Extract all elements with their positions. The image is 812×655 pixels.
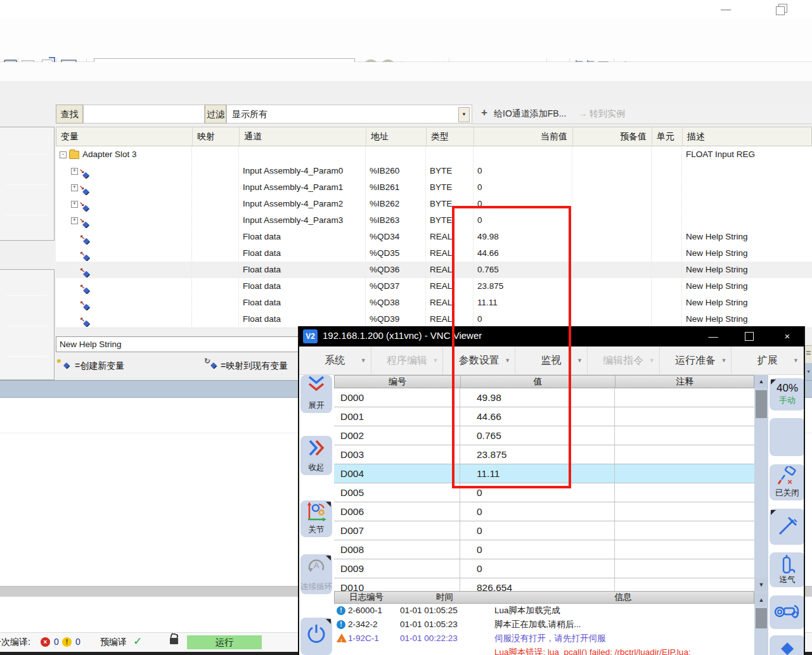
monitor-row[interactable]: D0070	[334, 521, 754, 540]
scroll-up-icon[interactable]: ▲	[754, 594, 768, 606]
robot-hand-icon	[773, 599, 801, 625]
torch-icon: ×	[776, 466, 799, 486]
find-input[interactable]	[83, 105, 205, 124]
clipped-caption-fragment: ▼	[805, 363, 812, 380]
log-row[interactable]: ! 2-6000-101-01 01:05:25Lua脚本加载完成	[334, 604, 754, 618]
table-row[interactable]: ↖◆ Float data %QD39REAL 0 New Help Strin…	[56, 311, 812, 328]
robot-drag-button[interactable]	[770, 595, 804, 629]
goto-instance-button[interactable]: →转到实例	[579, 108, 625, 120]
svg-text:×: ×	[787, 477, 792, 486]
table-row[interactable]: +↘◆ Input Assembly-4_Param1 %IB261BYTE 0	[56, 179, 812, 196]
gas-button[interactable]: 送气	[770, 552, 804, 587]
expand-toggle-icon[interactable]: +	[71, 184, 78, 191]
warning-count-icon: !	[62, 637, 72, 647]
tab-program-edit[interactable]: 程序编辑▼	[371, 347, 444, 375]
table-row[interactable]: ↖◆ Float data %QD37REAL 23.875 New Help …	[56, 278, 812, 295]
col-log-number[interactable]: 日志编号	[335, 592, 398, 603]
tab-edit-instruction[interactable]: 编辑指令▼	[588, 347, 660, 375]
expand-toggle-icon[interactable]: +	[71, 201, 78, 208]
chevron-down-icon: ▼	[361, 347, 366, 374]
vnc-close-icon[interactable]: ×	[778, 328, 797, 345]
col-mapping[interactable]: 映射	[193, 127, 240, 146]
warning-icon: !	[337, 633, 347, 642]
filter-button[interactable]: 过滤	[205, 105, 226, 124]
output-channel-icon: ↖◆	[81, 232, 91, 242]
loop-a-icon: A	[306, 554, 327, 577]
map-existing-variable-icon: ↻◆	[205, 359, 219, 371]
input-channel-icon: ↘◆	[81, 182, 91, 193]
table-row[interactable]: +↘◆ Input Assembly-4_Param3 %IB263BYTE 0	[56, 212, 812, 229]
chevron-down-icon[interactable]: ▼	[458, 107, 470, 122]
lock-icon	[170, 638, 178, 644]
table-row[interactable]: +↘◆ Input Assembly-4_Param0 %IB260BYTE 0	[56, 163, 812, 180]
clipped-toolbar-fragment	[805, 345, 812, 363]
warning-count: 0	[75, 637, 81, 647]
tab-run-prepare[interactable]: 运行准备▼	[660, 347, 732, 375]
collapse-button[interactable]: 收起	[300, 436, 332, 475]
col-comment[interactable]: 注释	[615, 376, 755, 388]
grid-header: 变量 映射 通道 地址 类型 当前值 预备值 单元 描述	[56, 127, 812, 146]
vnc-maximize-icon[interactable]	[745, 332, 754, 341]
tool-calibrate-button[interactable]	[770, 509, 804, 545]
screen: — ▼ Application [CODESYS_Control_Win_V3_…	[0, 0, 812, 655]
input-channel-icon: ↘◆	[81, 166, 91, 176]
scrollbar-thumb[interactable]	[756, 390, 767, 418]
tab-system[interactable]: 系统▼	[299, 347, 371, 375]
minimize-icon[interactable]: —	[716, 3, 735, 16]
joint-axes-icon	[305, 500, 328, 522]
create-variable-icon: *◆	[58, 359, 72, 371]
table-row[interactable]: ↖◆ Float data %QD34REAL 49.98 New Help S…	[56, 229, 812, 246]
find-button[interactable]: 查找	[56, 105, 83, 124]
expand-toggle-icon[interactable]: +	[71, 168, 78, 175]
expand-toggle-icon[interactable]: +	[71, 217, 78, 224]
col-prepared-value[interactable]: 预备值	[573, 127, 652, 146]
col-unit[interactable]: 单元	[652, 127, 683, 146]
col-log-time[interactable]: 时间	[398, 592, 491, 603]
col-log-info[interactable]: 信息	[491, 592, 755, 603]
compile-label: 一次编译:	[0, 637, 30, 648]
monitor-row[interactable]: D0080	[334, 540, 754, 559]
blank-button[interactable]	[770, 418, 804, 456]
collapse-toggle-icon[interactable]: -	[60, 151, 67, 158]
log-row[interactable]: ! 1-92C-101-01 00:22:23伺服没有打开，请先打开伺服	[334, 632, 754, 645]
clipped-diamond-button[interactable]: ◆	[770, 635, 804, 655]
scrollbar-thumb[interactable]	[756, 608, 767, 628]
joint-mode-button[interactable]: 关节	[300, 500, 332, 537]
add-fb-button[interactable]: 给IO通道添加FB...	[494, 108, 566, 120]
monitor-row[interactable]: D0090	[334, 559, 754, 578]
restore-icon[interactable]	[775, 4, 790, 15]
col-current-value[interactable]: 当前值	[474, 127, 573, 146]
log-row[interactable]: ! 2-342-201-01 01:05:23脚本正在加载,请稍后...	[334, 618, 754, 632]
col-variable[interactable]: 变量	[56, 127, 193, 146]
tab-extend[interactable]: 扩展▼	[731, 347, 804, 375]
monitor-row[interactable]: D0060	[334, 502, 754, 521]
table-row[interactable]: ↖◆ Float data %QD35REAL 44.66 New Help S…	[56, 245, 812, 262]
table-row[interactable]: ↖◆ Float data %QD38REAL 11.11 New Help S…	[56, 295, 812, 312]
col-description[interactable]: 描述	[683, 127, 812, 146]
double-chevron-right-icon	[307, 438, 326, 459]
expand-button[interactable]: 展开	[300, 375, 332, 413]
vnc-minimize-icon[interactable]: —	[704, 328, 723, 345]
col-number[interactable]: 编号	[335, 376, 461, 388]
scroll-up-icon[interactable]: ▲	[754, 375, 768, 388]
table-row[interactable]: -Adapter Slot 3 FLOAT Input REG	[56, 146, 812, 163]
col-type[interactable]: 类型	[427, 127, 474, 146]
col-address[interactable]: 地址	[366, 127, 427, 146]
speed-mode-button[interactable]: 40% 手动	[770, 378, 804, 410]
log-row[interactable]: Lua脚本错误: lua_pcall() failed: /rbctrl/lua…	[334, 645, 754, 655]
output-channel-icon: ↖◆	[81, 265, 91, 275]
log-scrollbar[interactable]: ▲	[754, 591, 768, 655]
manual-mode-label: 手动	[770, 395, 804, 406]
torch-closed-button[interactable]: × 已关闭	[770, 464, 804, 500]
scroll-down-icon[interactable]: ▼	[754, 578, 768, 591]
table-row[interactable]: +↘◆ Input Assembly-4_Param2 %IB262BYTE 0	[56, 196, 812, 213]
output-channel-icon: ↖◆	[81, 248, 91, 258]
power-button[interactable]	[300, 618, 332, 655]
continuous-loop-button[interactable]: A 连续循环	[300, 554, 332, 594]
monitor-scrollbar[interactable]: ▲ ▼	[754, 375, 768, 591]
filter-dropdown[interactable]: 显示所有 ▼	[226, 105, 472, 124]
speed-percent: 40%	[770, 382, 804, 395]
table-row-selected[interactable]: ↖◆ Float data %QD36REAL 0.765 New Help S…	[56, 262, 812, 279]
diamond-icon: ◆	[770, 638, 804, 655]
col-channel[interactable]: 通道	[240, 127, 366, 146]
